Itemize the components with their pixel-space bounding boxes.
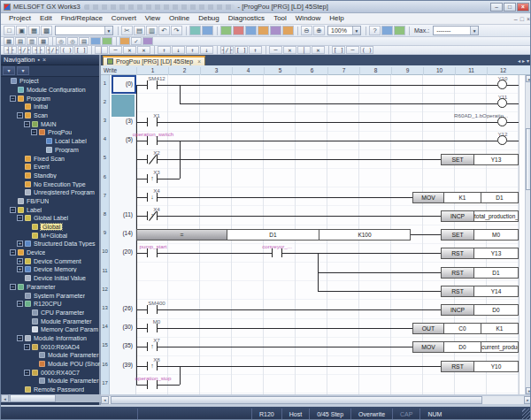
menu-convert[interactable]: Convert bbox=[107, 13, 141, 24]
tree-item-module-information[interactable]: −Module Information bbox=[1, 334, 101, 343]
application-instruction-icon[interactable]: [ ] bbox=[74, 46, 88, 54]
mdi-close-button[interactable]: × bbox=[527, 16, 530, 22]
collapse-icon[interactable]: − bbox=[10, 284, 16, 290]
navigation-hscrollbar[interactable]: ◂ bbox=[1, 394, 101, 402]
rst-instruction[interactable]: RST bbox=[441, 361, 474, 372]
menu-project[interactable]: Project bbox=[4, 13, 35, 24]
operand[interactable]: K1 bbox=[481, 323, 519, 334]
navigation-window-icon[interactable]: ▦ bbox=[4, 37, 14, 45]
tree-display-icon[interactable]: ▾ bbox=[17, 66, 29, 75]
operand[interactable]: D0 bbox=[474, 304, 519, 316]
scroll-left-icon[interactable]: ◂ bbox=[1, 394, 9, 402]
data-combo[interactable]: ▾ bbox=[55, 26, 113, 35]
tree-item-r120cpu[interactable]: −R120CPU bbox=[1, 300, 101, 309]
copy-icon[interactable]: ▤ bbox=[134, 26, 145, 35]
tree-item-project[interactable]: Project bbox=[1, 77, 101, 86]
scroll-down-icon[interactable]: ▾ bbox=[526, 387, 531, 394]
menu-view[interactable]: View bbox=[141, 13, 165, 24]
mdi-minimize-button[interactable]: – bbox=[514, 16, 518, 22]
insert-column-icon[interactable]: │ bbox=[297, 46, 311, 54]
tree-item-system-parameter[interactable]: System Parameter bbox=[1, 291, 101, 300]
check-program-icon[interactable] bbox=[102, 37, 112, 45]
menu-window[interactable]: Window bbox=[291, 13, 325, 24]
set-instruction[interactable]: SET bbox=[441, 154, 474, 165]
collapse-icon[interactable]: − bbox=[10, 207, 16, 213]
expand-icon[interactable]: + bbox=[17, 266, 23, 272]
tree-item-device-memory[interactable]: +Device Memory bbox=[1, 265, 101, 274]
zoom-in-icon[interactable]: ⊕ bbox=[313, 26, 325, 35]
max-combo[interactable]: ------- ▾ bbox=[433, 26, 479, 35]
tree-item-remote-password[interactable]: Remote Password bbox=[1, 386, 101, 394]
device-test-icon[interactable] bbox=[282, 26, 294, 35]
collapse-icon[interactable]: − bbox=[17, 335, 23, 341]
menu-tool[interactable]: Tool bbox=[269, 13, 291, 24]
delete-horizontal-line-icon[interactable]: ✕ bbox=[137, 46, 150, 54]
tree-item-progpou[interactable]: −ProgPou bbox=[1, 128, 101, 137]
contact-x8-rising[interactable]: ↑ bbox=[147, 362, 158, 370]
tree-item-rx40c7[interactable]: −0000:RX40C7 bbox=[1, 368, 101, 377]
close-contact-icon[interactable]: ┤/├ bbox=[18, 46, 31, 54]
operand[interactable]: total_production_q... bbox=[474, 210, 519, 222]
statement-display-icon[interactable] bbox=[394, 26, 405, 35]
tree-item-parameter[interactable]: −Parameter bbox=[1, 283, 101, 292]
scroll-up-icon[interactable]: ▴ bbox=[526, 75, 531, 82]
mdi-restore-button[interactable]: □ bbox=[520, 16, 524, 22]
find-icon[interactable]: ◎ bbox=[56, 37, 66, 45]
tree-item-event[interactable]: Event bbox=[1, 163, 101, 172]
ladder-editor[interactable]: 1 2 3 4 5 6 7 8 9 10 11 12 13 14 15 16 1… bbox=[101, 75, 531, 394]
rising-pulse-icon[interactable]: ↑ bbox=[158, 46, 171, 54]
operand[interactable]: C0 bbox=[444, 323, 481, 334]
zoom-combo[interactable]: 100% ▾ bbox=[327, 26, 361, 35]
tree-item-fixed-scan[interactable]: Fixed Scan bbox=[1, 154, 101, 163]
tree-item-initial[interactable]: Initial bbox=[1, 103, 101, 111]
scroll-left-icon[interactable]: ◂ bbox=[101, 396, 109, 404]
help-icon[interactable]: ? bbox=[369, 26, 381, 35]
contact-m0[interactable] bbox=[147, 324, 158, 332]
tab-scroll-right-icon[interactable]: ▸ bbox=[522, 57, 525, 64]
open-branch-icon[interactable]: ┤├ bbox=[32, 46, 45, 54]
collapse-icon[interactable]: − bbox=[10, 249, 16, 256]
tree-item-device-initial-value[interactable]: Device Initial Value bbox=[1, 274, 101, 283]
collapse-icon[interactable]: − bbox=[17, 112, 23, 118]
watch-window-icon[interactable] bbox=[90, 37, 101, 45]
tree-item-cpu-parameter[interactable]: CPU Parameter bbox=[1, 309, 101, 317]
print-icon[interactable]: ▩ bbox=[41, 26, 52, 35]
operand[interactable]: Y14 bbox=[474, 286, 519, 297]
rising-pulse-close-icon[interactable]: ↑ bbox=[186, 46, 199, 54]
contact-operation-stop[interactable] bbox=[147, 380, 158, 389]
tree-item-local-label[interactable]: Local Label bbox=[1, 137, 101, 146]
monitor-start-icon[interactable] bbox=[220, 26, 232, 35]
out-instruction[interactable]: OUT bbox=[412, 323, 444, 334]
horizontal-line-icon[interactable]: ─ bbox=[109, 46, 122, 54]
coil-y12[interactable] bbox=[497, 135, 507, 145]
rst-instruction[interactable]: RST bbox=[441, 267, 474, 279]
compare-operand[interactable]: K100 bbox=[319, 229, 411, 241]
combo-arrow-icon[interactable]: ▾ bbox=[470, 27, 478, 34]
tree-item-main[interactable]: −MAIN bbox=[1, 119, 101, 128]
scroll-thumb[interactable] bbox=[111, 396, 482, 404]
menu-debug[interactable]: Debug bbox=[194, 13, 224, 24]
scroll-thumb[interactable] bbox=[526, 128, 531, 190]
tile-vertical-icon[interactable]: ▦ bbox=[38, 37, 49, 45]
tree-item-r60ad4-parameter[interactable]: Module Parameter bbox=[1, 351, 101, 360]
tree-item-unregistered-program[interactable]: Unregistered Program bbox=[1, 188, 101, 197]
paste-icon[interactable]: ▥ bbox=[146, 26, 158, 35]
compare-instruction[interactable]: = bbox=[136, 229, 227, 241]
tab-progpou[interactable]: ProgPou [PRG] [LD] 45Step × bbox=[103, 56, 205, 65]
close-button[interactable]: × bbox=[517, 3, 529, 11]
zoom-out-icon[interactable]: ⊖ bbox=[301, 26, 312, 35]
verify-icon[interactable] bbox=[270, 26, 281, 35]
delete-vertical-line-icon[interactable]: ✕ bbox=[123, 46, 136, 54]
contact-pump-start[interactable] bbox=[147, 248, 158, 257]
vertical-scrollbar[interactable]: ▴ ▾ bbox=[525, 75, 531, 394]
collapse-icon[interactable]: − bbox=[17, 301, 23, 307]
operand[interactable]: current_production_... bbox=[481, 341, 519, 353]
tree-item-module-pou[interactable]: Module POU (Shor bbox=[1, 360, 101, 369]
title-bar[interactable]: MELSOFT GX Works3 - [ProgPou [PRG] [LD] … bbox=[1, 1, 531, 13]
close-branch-icon[interactable]: ┤/├ bbox=[46, 46, 59, 54]
maximize-button[interactable]: □ bbox=[504, 3, 516, 11]
online-monitor-icon[interactable] bbox=[119, 37, 130, 45]
read-from-plc-icon[interactable] bbox=[258, 26, 269, 35]
falling-pulse-icon[interactable]: ↓ bbox=[172, 46, 185, 54]
delete-column-icon[interactable]: ✕ bbox=[312, 46, 325, 54]
